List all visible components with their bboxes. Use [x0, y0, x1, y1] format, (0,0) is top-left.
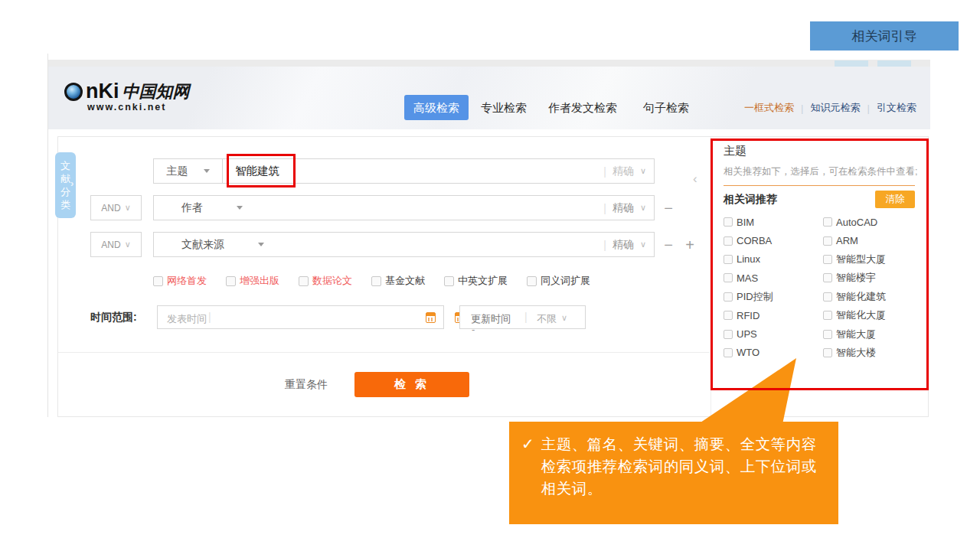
annotation-red-box-search-term	[227, 154, 296, 187]
annotation-badge: 相关词引导	[810, 21, 959, 51]
option-checkbox-row: 网络首发 增强出版 数据论文 基金文献 中英文扩展 同义词扩展	[153, 274, 590, 288]
operator-select-row3[interactable]: AND ∨	[90, 232, 142, 257]
chevron-down-icon: ∨	[125, 203, 131, 213]
checkbox-label: 网络首发	[167, 274, 207, 288]
checkmark-icon: ✓	[521, 433, 534, 524]
search-row-author[interactable]: 作者 | 精确 ∨	[153, 195, 655, 220]
publish-date-label: 发表时间	[167, 312, 207, 326]
chevron-down-icon: ∨	[640, 240, 646, 249]
annotation-callout: ✓ 主题、篇名、关键词、摘要、全文等内容检索项推荐检索词的同义词、上下位词或相关…	[509, 422, 838, 524]
cropped-ui-chip	[835, 60, 868, 67]
update-time-select[interactable]: 更新时间 | 不限 ∨	[459, 305, 586, 329]
separator-icon: |	[524, 311, 528, 323]
checkbox-icon	[299, 276, 309, 286]
checkbox-online-first[interactable]: 网络首发	[153, 274, 207, 288]
checkbox-data-paper[interactable]: 数据论文	[299, 274, 352, 288]
annotation-red-box-recommend-panel	[710, 139, 929, 390]
match-mode-label: 精确	[612, 165, 634, 178]
checkbox-label: 数据论文	[312, 274, 352, 288]
update-time-label: 更新时间	[471, 312, 511, 326]
field-select-label: 文献来源	[181, 238, 224, 252]
operator-label: AND	[101, 240, 120, 250]
cropped-browser-edge	[47, 60, 930, 67]
cropped-ui-chip	[877, 60, 911, 67]
globe-icon	[64, 83, 83, 101]
match-mode-select[interactable]: | 精确 ∨	[603, 238, 646, 252]
logo-brand-text: nKi	[86, 80, 119, 103]
link-citation-search[interactable]: 引文检索	[877, 101, 916, 115]
caret-down-icon	[258, 243, 264, 246]
match-mode-label: 精确	[612, 201, 634, 215]
logo-chinese-text: 中国知网	[122, 80, 190, 103]
field-select-label: 作者	[181, 201, 203, 215]
chevron-down-icon: ∨	[640, 166, 646, 176]
add-row-button[interactable]: +	[680, 235, 700, 255]
search-row-source[interactable]: 文献来源 | 精确 ∨	[153, 232, 655, 257]
caret-down-icon	[237, 206, 243, 210]
operator-select-row2[interactable]: AND ∨	[90, 195, 142, 220]
separator-icon: |	[603, 165, 606, 178]
checkbox-cn-en-extension[interactable]: 中英文扩展	[444, 274, 508, 288]
separator-icon: |	[801, 103, 803, 114]
field-select-theme[interactable]: 主题	[153, 158, 223, 184]
checkbox-icon	[527, 276, 537, 286]
tab-author-search[interactable]: 作者发文检索	[541, 95, 625, 120]
quick-links: 一框式检索 | 知识元检索 | 引文检索	[744, 100, 916, 116]
calendar-icon[interactable]	[426, 312, 436, 323]
collapse-left-icon: ‹	[693, 171, 697, 187]
checkbox-label: 同义词扩展	[541, 274, 590, 288]
checkbox-icon	[444, 276, 454, 286]
separator-icon: |	[208, 311, 211, 323]
tab-professional-search[interactable]: 专业检索	[475, 95, 533, 120]
checkbox-synonym-extension[interactable]: 同义词扩展	[527, 274, 590, 288]
tab-sentence-search[interactable]: 句子检索	[637, 95, 695, 120]
link-onebox-search[interactable]: 一框式检索	[744, 101, 794, 115]
checkbox-icon	[226, 276, 236, 286]
tab-advanced-search[interactable]: 高级检索	[404, 95, 469, 120]
field-select-label: 主题	[167, 165, 188, 178]
cnki-advanced-search-page: 相关词引导 nKi 中国知网 www.cnki.net 高级检索 专业检索 作者…	[0, 0, 980, 551]
separator-icon: |	[603, 202, 606, 214]
checkbox-icon	[153, 276, 163, 286]
time-range-label: 时间范围:	[90, 311, 137, 324]
update-time-value: 不限	[537, 312, 557, 326]
reset-conditions-button[interactable]: 重置条件	[285, 372, 328, 397]
checkbox-label: 增强出版	[240, 274, 279, 288]
checkbox-funded-literature[interactable]: 基金文献	[371, 274, 425, 288]
remove-row-button[interactable]: −	[658, 235, 678, 255]
match-mode-label: 精确	[612, 238, 634, 252]
operator-label: AND	[101, 203, 120, 214]
separator-icon: |	[603, 239, 606, 251]
match-mode-select[interactable]: | 精确 ∨	[603, 201, 646, 215]
search-button[interactable]: 检 索	[354, 372, 469, 397]
annotation-badge-label: 相关词引导	[852, 28, 917, 45]
checkbox-enhanced-publishing[interactable]: 增强出版	[226, 274, 279, 288]
chevron-down-icon: ∨	[125, 240, 131, 249]
checkbox-label: 中英文扩展	[458, 274, 508, 288]
chevron-down-icon: ∨	[561, 313, 567, 323]
match-mode-select[interactable]: | 精确 ∨	[603, 165, 646, 178]
caret-down-icon	[204, 169, 210, 173]
logo-site-url: www.cnki.net	[87, 102, 190, 112]
separator-icon: |	[867, 103, 869, 114]
link-knowledge-element-search[interactable]: 知识元检索	[810, 101, 860, 115]
callout-text: 主题、篇名、关键词、摘要、全文等内容检索项推荐检索词的同义词、上下位词或相关词。	[541, 433, 828, 524]
publish-date-range-input[interactable]: 发表时间 | --	[157, 305, 444, 329]
form-divider	[58, 352, 710, 353]
expand-right-icon: ›	[70, 178, 74, 189]
checkbox-label: 基金文献	[385, 274, 425, 288]
chevron-down-icon: ∨	[640, 203, 646, 213]
remove-row-button[interactable]: −	[658, 198, 678, 218]
cnki-logo[interactable]: nKi 中国知网 www.cnki.net	[64, 80, 190, 112]
checkbox-icon	[371, 276, 381, 286]
